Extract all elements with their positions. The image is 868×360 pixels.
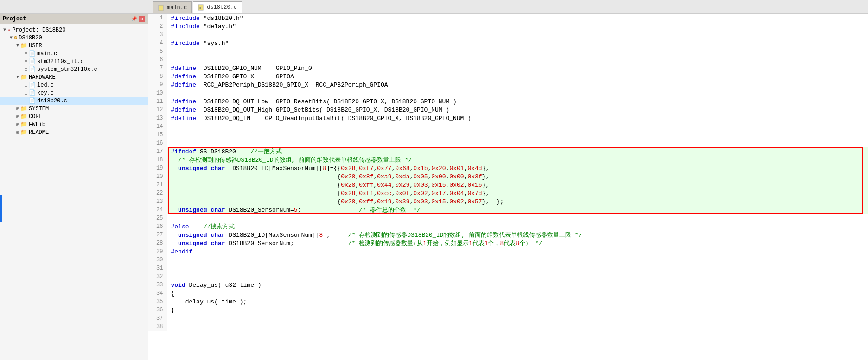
table-row: 10 [148, 89, 868, 97]
line-content [167, 47, 868, 56]
file-icon: 📄 [29, 89, 36, 96]
expand-icon-plus: ⊞ [15, 122, 20, 127]
table-row: 15 [148, 131, 868, 139]
line-content [167, 89, 868, 97]
svg-text:c: c [199, 6, 201, 10]
table-row: 6 [148, 56, 868, 64]
line-number: 2 [148, 22, 167, 31]
line-number: 20 [148, 172, 167, 181]
line-number: 17 [148, 147, 167, 156]
line-number: 3 [148, 31, 167, 39]
folder-icon: 📁 [20, 121, 27, 128]
line-number: 14 [148, 122, 167, 131]
line-content [167, 139, 868, 147]
line-content: #include "ds18b20.h" [167, 14, 868, 22]
tree-item-led-c[interactable]: ⊞ 📄 led.c [0, 81, 148, 89]
line-content: {0x28,0xff,0x19,0x39,0x03,0x15,0x02,0x57… [167, 197, 868, 206]
table-row: 9#define RCC_APB2Periph_DS18B20_GPIO_X R… [148, 81, 868, 89]
tree-item-readme-folder[interactable]: ⊞ 📁 README [0, 128, 148, 136]
expand-icon-plus: ⊞ [23, 90, 29, 96]
expand-icon-plus: ⊞ [15, 106, 20, 112]
tree-label-stm32f10x-it: stm32f10x_it.c [37, 58, 84, 65]
tree-label-led-c: led.c [37, 82, 54, 88]
tree-item-key-c[interactable]: ⊞ 📄 key.c [0, 89, 148, 97]
table-row: 13#define DS18B20_DQ_IN GPIO_ReadInputDa… [148, 114, 868, 122]
project-icon: ✦ [7, 26, 11, 33]
tree-item-ds18b20-c[interactable]: ⊞ 📄 ds18b20.c [0, 97, 148, 105]
tree-label-ds18b20-c: ds18b20.c [37, 98, 67, 104]
tree-item-stm32f10x-it[interactable]: ⊞ 📄 stm32f10x_it.c [0, 57, 148, 65]
table-row: 31 [148, 264, 868, 272]
line-number: 10 [148, 89, 167, 97]
expand-icon-plus: ⊞ [23, 59, 29, 64]
main-layout: Project 📌 ✕ ▼ ✦ Project: DS18B20 ▼ ⚙ DS1… [0, 14, 868, 360]
tree-label-core-folder: CORE [29, 114, 42, 120]
table-row: 37 [148, 314, 868, 322]
line-content: #define DS18B20_DQ_OUT_Low GPIO_ResetBit… [167, 97, 868, 106]
line-number: 29 [148, 247, 167, 256]
expand-icon-plus: ⊞ [23, 98, 29, 104]
table-row: 38 [148, 322, 868, 331]
sidebar-close-btn[interactable]: ✕ [139, 16, 145, 22]
code-wrapper: 1#include "ds18b20.h"2#include "delay.h"… [148, 14, 868, 331]
line-content: #define DS18B20_GPIO_X GPIOA [167, 72, 868, 81]
file-icon: 📄 [29, 58, 36, 65]
line-content [167, 214, 868, 222]
table-row: 11#define DS18B20_DQ_OUT_Low GPIO_ResetB… [148, 97, 868, 106]
line-number: 13 [148, 114, 167, 122]
folder-icon: 📁 [20, 42, 27, 49]
line-content [167, 264, 868, 272]
line-content [167, 31, 868, 39]
line-content [167, 256, 868, 264]
tree-label-hardware-folder: HARDWARE [29, 74, 56, 81]
line-number: 4 [148, 39, 167, 47]
line-number: 36 [148, 306, 167, 314]
tree-label-user-folder: USER [29, 43, 42, 49]
tab-main-c[interactable]: c main.c [153, 1, 192, 13]
tab-ds18b20-c[interactable]: c ds18b20.c [193, 1, 242, 13]
line-content: #define DS18B20_DQ_OUT_High GPIO_SetBits… [167, 106, 868, 114]
tree-label-project-root: Project: DS18B20 [12, 27, 65, 33]
line-content [167, 322, 868, 331]
tree-item-project-root[interactable]: ▼ ✦ Project: DS18B20 [0, 26, 148, 34]
tree-item-hardware-folder[interactable]: ▼ 📁 HARDWARE [0, 73, 148, 81]
tree-label-fwlib-folder: FWLib [29, 121, 45, 128]
tree-item-system-folder[interactable]: ⊞ 📁 SYSTEM [0, 105, 148, 113]
line-number: 32 [148, 272, 167, 281]
scroll-indicator [0, 195, 2, 222]
sidebar-title: Project [3, 16, 26, 22]
tree-item-ds18b20-target[interactable]: ▼ ⚙ DS18B20 [0, 34, 148, 42]
tree-label-system-stm32f10x: system_stm32f10x.c [37, 66, 97, 73]
table-row: 14 [148, 122, 868, 131]
line-content: unsigned char DS18B20_ID[MaxSensorNum][8… [167, 231, 868, 239]
line-content: { [167, 289, 868, 297]
tab-main-c-label: main.c [167, 5, 187, 11]
expand-icon-plus: ⊞ [15, 130, 20, 135]
table-row: 21 {0x28,0xff,0x44,0x29,0x03,0x15,0x02,0… [148, 181, 868, 189]
tree-label-system-folder: SYSTEM [29, 106, 49, 112]
tree-item-user-folder[interactable]: ▼ 📁 USER [0, 42, 148, 50]
line-number: 34 [148, 289, 167, 297]
line-number: 8 [148, 72, 167, 81]
file-icon: c [158, 5, 165, 11]
line-content [167, 272, 868, 281]
expand-icon: ▼ [2, 27, 7, 32]
table-row: 2#include "delay.h" [148, 22, 868, 31]
line-content: #else //搜索方式 [167, 222, 868, 231]
tree-item-main-c[interactable]: ⊞ 📄 main.c [0, 50, 148, 57]
line-number: 7 [148, 64, 167, 72]
tree-item-core-folder[interactable]: ⊞ 📁 CORE [0, 113, 148, 120]
table-row: 25 [148, 214, 868, 222]
table-row: 30 [148, 256, 868, 264]
expand-icon: ▼ [15, 75, 20, 80]
line-number: 12 [148, 106, 167, 114]
line-content: void Delay_us( u32 time ) [167, 281, 868, 289]
line-content: #define DS18B20_DQ_IN GPIO_ReadInputData… [167, 114, 868, 122]
tree-item-fwlib-folder[interactable]: ⊞ 📁 FWLib [0, 120, 148, 128]
table-row: 8#define DS18B20_GPIO_X GPIOA [148, 72, 868, 81]
folder-icon: 📁 [20, 113, 27, 120]
sidebar-pin-btn[interactable]: 📌 [131, 16, 137, 22]
table-row: 3 [148, 31, 868, 39]
tree-item-system-stm32f10x[interactable]: ⊞ 📄 system_stm32f10x.c [0, 65, 148, 73]
code-container[interactable]: 1#include "ds18b20.h"2#include "delay.h"… [148, 14, 868, 360]
